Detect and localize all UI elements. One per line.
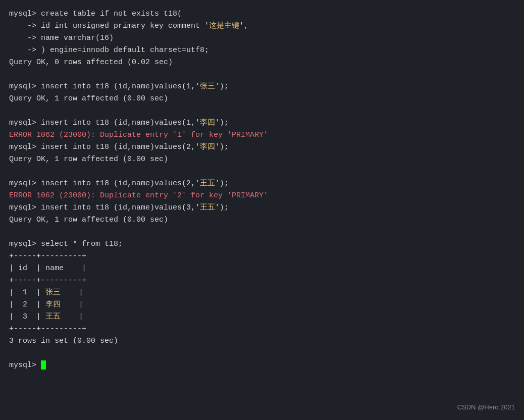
line-2: -> id int unsigned primary key comment '… <box>9 20 515 32</box>
line-5: Query OK, 0 rows affected (0.02 sec) <box>9 57 515 69</box>
line-16: mysql> select * from t18; <box>9 238 515 250</box>
line-17: +-----+---------+ <box>9 250 515 262</box>
terminal-window: mysql> create table if not exists t18( -… <box>0 0 524 420</box>
line-4: -> ) engine=innodb default charset=utf8; <box>9 44 515 57</box>
empty-4 <box>9 226 515 238</box>
empty-2 <box>9 105 515 117</box>
line-8: mysql> insert into t18 (id,name)values(1… <box>9 117 515 129</box>
line-7: Query OK, 1 row affected (0.00 sec) <box>9 93 515 105</box>
terminal-cursor <box>41 360 46 370</box>
line-22: | 3 | 王五 | <box>9 311 515 323</box>
line-20: | 1 | 张三 | <box>9 287 515 299</box>
line-15: Query OK, 1 row affected (0.00 sec) <box>9 214 515 226</box>
empty-1 <box>9 69 515 81</box>
line-11: Query OK, 1 row affected (0.00 sec) <box>9 153 515 166</box>
line-18: | id | name | <box>9 262 515 275</box>
line-14: mysql> insert into t18 (id,name)values(3… <box>9 202 515 214</box>
line-6: mysql> insert into t18 (id,name)values(1… <box>9 81 515 93</box>
line-23: +-----+---------+ <box>9 323 515 335</box>
line-21: | 2 | 李四 | <box>9 299 515 311</box>
line-13: ERROR 1062 (23000): Duplicate entry '2' … <box>9 190 515 202</box>
line-19: +-----+---------+ <box>9 275 515 287</box>
watermark: CSDN @Hero 2021 <box>457 403 515 411</box>
empty-3 <box>9 166 515 178</box>
line-1: mysql> create table if not exists t18( <box>9 8 515 20</box>
line-10: mysql> insert into t18 (id,name)values(2… <box>9 141 515 153</box>
line-3: -> name varchar(16) <box>9 32 515 44</box>
line-12: mysql> insert into t18 (id,name)values(2… <box>9 178 515 190</box>
line-24: 3 rows in set (0.00 sec) <box>9 335 515 347</box>
line-9: ERROR 1062 (23000): Duplicate entry '1' … <box>9 129 515 141</box>
empty-5 <box>9 347 515 359</box>
line-25: mysql> <box>9 359 515 372</box>
